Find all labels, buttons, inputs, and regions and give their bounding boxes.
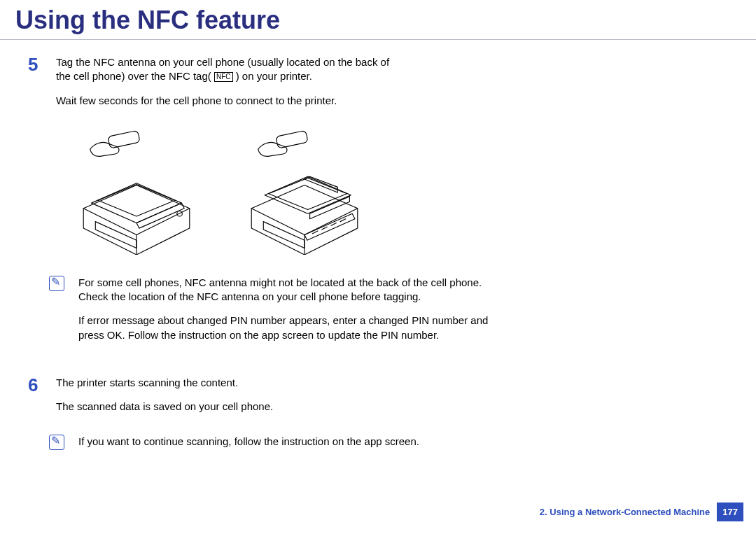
footer: 2. Using a Network-Connected Machine 177 <box>540 503 743 521</box>
printer-illustration-left <box>70 129 203 255</box>
svg-rect-2 <box>276 130 308 148</box>
text: Tag the NFC antenna on your cell phone (… <box>56 56 389 68</box>
note-text: If error message about changed PIN numbe… <box>78 314 497 342</box>
nfc-tag-icon: NFC <box>214 72 233 82</box>
step-body: Tag the NFC antenna on your cell phone (… <box>56 55 532 118</box>
text: the cell phone) over the NFC tag( <box>56 70 211 82</box>
svg-line-5 <box>331 223 337 225</box>
step-5: 5 Tag the NFC antenna on your cell phone… <box>28 55 532 118</box>
step-body: The printer starts scanning the content.… <box>56 376 532 424</box>
page-title: Using the NFC feature <box>0 0 756 39</box>
text: ) on your printer. <box>236 70 312 82</box>
step-text: Tag the NFC antenna on your cell phone (… <box>56 55 532 84</box>
note-icon <box>49 435 64 450</box>
step-6: 6 The printer starts scanning the conten… <box>28 376 532 424</box>
svg-line-4 <box>322 227 328 230</box>
note-block: For some cell phones, NFC antenna might … <box>49 276 497 352</box>
step-number: 6 <box>28 376 43 394</box>
note-block: If you want to continue scanning, follow… <box>49 435 497 458</box>
note-body: For some cell phones, NFC antenna might … <box>78 276 497 352</box>
illustration-row <box>70 129 532 255</box>
note-text: If you want to continue scanning, follow… <box>78 435 419 449</box>
svg-line-6 <box>340 219 346 222</box>
footer-chapter: 2. Using a Network-Connected Machine <box>540 507 710 517</box>
printer-illustration-right <box>238 129 371 255</box>
step-text: Wait few seconds for the cell phone to c… <box>56 94 532 108</box>
footer-page-number: 177 <box>717 503 743 521</box>
step-text: The scanned data is saved on your cell p… <box>56 400 532 414</box>
svg-rect-0 <box>108 130 140 148</box>
note-icon <box>49 276 64 291</box>
step-text: The printer starts scanning the content. <box>56 376 532 390</box>
note-body: If you want to continue scanning, follow… <box>78 435 419 458</box>
note-text: For some cell phones, NFC antenna might … <box>78 276 497 304</box>
content-area: 5 Tag the NFC antenna on your cell phone… <box>0 40 560 459</box>
step-number: 5 <box>28 55 43 73</box>
